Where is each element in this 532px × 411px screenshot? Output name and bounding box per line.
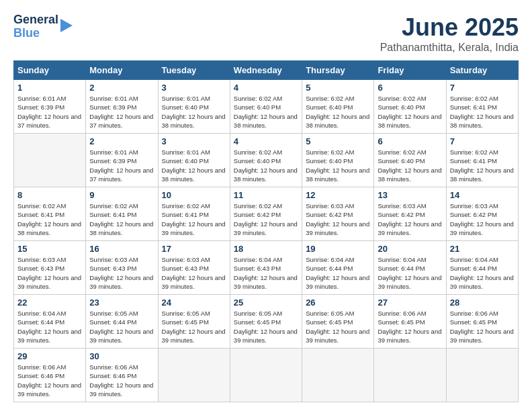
day-info: Sunrise: 6:04 AM Sunset: 6:44 PM Dayligh… bbox=[450, 255, 515, 291]
page-header: General Blue June 2025 Pathanamthitta, K… bbox=[13, 13, 519, 54]
table-row bbox=[374, 349, 446, 402]
sunset-text: Sunset: 6:39 PM bbox=[17, 103, 64, 111]
sunset-text: Sunset: 6:39 PM bbox=[89, 103, 136, 111]
sunset-text: Sunset: 6:40 PM bbox=[234, 103, 281, 111]
daylight-text: Daylight: 12 hours and 38 minutes. bbox=[306, 113, 369, 129]
sunset-text: Sunset: 6:40 PM bbox=[306, 103, 353, 111]
daylight-text: Daylight: 12 hours and 39 minutes. bbox=[306, 220, 369, 236]
day-number: 28 bbox=[450, 298, 515, 308]
daylight-text: Daylight: 12 hours and 39 minutes. bbox=[89, 274, 153, 290]
day-number: 4 bbox=[234, 136, 298, 146]
sunrise-text: Sunrise: 6:02 AM bbox=[450, 95, 498, 102]
day-number: 20 bbox=[378, 244, 442, 254]
daylight-text: Daylight: 12 hours and 38 minutes. bbox=[234, 167, 298, 183]
sunset-text: Sunset: 6:44 PM bbox=[378, 265, 425, 272]
daylight-text: Daylight: 12 hours and 39 minutes. bbox=[234, 274, 298, 290]
table-row: 6 Sunrise: 6:02 AM Sunset: 6:40 PM Dayli… bbox=[374, 134, 446, 187]
daylight-text: Daylight: 12 hours and 39 minutes. bbox=[234, 220, 298, 236]
sunrise-text: Sunrise: 6:02 AM bbox=[89, 202, 138, 210]
logo-arrow-icon bbox=[60, 19, 73, 32]
table-row: 15 Sunrise: 6:03 AM Sunset: 6:43 PM Dayl… bbox=[14, 241, 86, 295]
day-number: 11 bbox=[234, 190, 298, 200]
sunset-text: Sunset: 6:42 PM bbox=[234, 211, 281, 218]
daylight-text: Daylight: 12 hours and 38 minutes. bbox=[378, 113, 441, 129]
sunrise-text: Sunrise: 6:01 AM bbox=[89, 148, 138, 156]
day-number: 3 bbox=[162, 136, 226, 146]
sunset-text: Sunset: 6:40 PM bbox=[162, 103, 209, 111]
sunrise-text: Sunrise: 6:02 AM bbox=[378, 148, 426, 156]
sunrise-text: Sunrise: 6:02 AM bbox=[234, 202, 282, 210]
table-row: 9 Sunrise: 6:02 AM Sunset: 6:41 PM Dayli… bbox=[86, 187, 158, 241]
day-number: 18 bbox=[234, 244, 298, 254]
sunrise-text: Sunrise: 6:02 AM bbox=[450, 148, 498, 156]
table-row: 2 Sunrise: 6:01 AM Sunset: 6:39 PM Dayli… bbox=[86, 134, 158, 187]
day-number: 7 bbox=[450, 83, 515, 93]
day-number: 15 bbox=[17, 244, 82, 254]
month-title: June 2025 bbox=[380, 13, 519, 42]
table-row: 20 Sunrise: 6:04 AM Sunset: 6:44 PM Dayl… bbox=[374, 241, 446, 295]
table-row: 28 Sunrise: 6:06 AM Sunset: 6:45 PM Dayl… bbox=[446, 295, 518, 349]
table-row: 11 Sunrise: 6:02 AM Sunset: 6:42 PM Dayl… bbox=[230, 187, 302, 241]
table-row: 12 Sunrise: 6:03 AM Sunset: 6:42 PM Dayl… bbox=[302, 187, 374, 241]
day-info: Sunrise: 6:05 AM Sunset: 6:45 PM Dayligh… bbox=[306, 309, 370, 345]
sunrise-text: Sunrise: 6:01 AM bbox=[162, 95, 210, 102]
day-info: Sunrise: 6:06 AM Sunset: 6:45 PM Dayligh… bbox=[450, 309, 515, 345]
calendar-week-row: 2 Sunrise: 6:01 AM Sunset: 6:39 PM Dayli… bbox=[14, 134, 519, 187]
day-info: Sunrise: 6:02 AM Sunset: 6:41 PM Dayligh… bbox=[162, 201, 226, 237]
day-number: 5 bbox=[306, 136, 370, 146]
table-row: 1 Sunrise: 6:01 AM Sunset: 6:39 PM Dayli… bbox=[14, 80, 86, 134]
daylight-text: Daylight: 12 hours and 39 minutes. bbox=[234, 328, 298, 344]
sunrise-text: Sunrise: 6:02 AM bbox=[234, 95, 282, 102]
sunrise-text: Sunrise: 6:02 AM bbox=[306, 95, 354, 102]
daylight-text: Daylight: 12 hours and 39 minutes. bbox=[162, 220, 226, 236]
day-number: 2 bbox=[89, 136, 154, 146]
daylight-text: Daylight: 12 hours and 38 minutes. bbox=[162, 167, 226, 183]
day-info: Sunrise: 6:01 AM Sunset: 6:39 PM Dayligh… bbox=[17, 94, 82, 130]
sunset-text: Sunset: 6:40 PM bbox=[378, 103, 425, 111]
sunset-text: Sunset: 6:41 PM bbox=[17, 211, 64, 218]
sunrise-text: Sunrise: 6:02 AM bbox=[17, 202, 66, 210]
day-info: Sunrise: 6:04 AM Sunset: 6:44 PM Dayligh… bbox=[378, 255, 442, 291]
daylight-text: Daylight: 12 hours and 39 minutes. bbox=[450, 220, 514, 236]
sunset-text: Sunset: 6:46 PM bbox=[17, 372, 64, 379]
daylight-text: Daylight: 12 hours and 39 minutes. bbox=[162, 274, 226, 290]
day-info: Sunrise: 6:04 AM Sunset: 6:44 PM Dayligh… bbox=[17, 309, 82, 345]
calendar-week-row: 22 Sunrise: 6:04 AM Sunset: 6:44 PM Dayl… bbox=[14, 295, 519, 349]
sunrise-text: Sunrise: 6:05 AM bbox=[234, 310, 282, 317]
sunset-text: Sunset: 6:40 PM bbox=[162, 157, 209, 165]
daylight-text: Daylight: 12 hours and 37 minutes. bbox=[89, 113, 153, 129]
daylight-text: Daylight: 12 hours and 39 minutes. bbox=[450, 328, 514, 344]
day-number: 23 bbox=[89, 298, 154, 308]
sunset-text: Sunset: 6:44 PM bbox=[89, 318, 136, 326]
daylight-text: Daylight: 12 hours and 38 minutes. bbox=[162, 113, 226, 129]
day-number: 4 bbox=[234, 83, 298, 93]
sunrise-text: Sunrise: 6:01 AM bbox=[17, 95, 66, 102]
day-number: 2 bbox=[89, 83, 154, 93]
calendar-week-row: 29 Sunrise: 6:06 AM Sunset: 6:46 PM Dayl… bbox=[14, 349, 519, 402]
day-number: 6 bbox=[378, 83, 442, 93]
table-row: 8 Sunrise: 6:02 AM Sunset: 6:41 PM Dayli… bbox=[14, 187, 86, 241]
daylight-text: Daylight: 12 hours and 38 minutes. bbox=[450, 167, 514, 183]
sunrise-text: Sunrise: 6:02 AM bbox=[306, 148, 354, 156]
table-row: 5 Sunrise: 6:02 AM Sunset: 6:40 PM Dayli… bbox=[302, 80, 374, 134]
day-info: Sunrise: 6:01 AM Sunset: 6:39 PM Dayligh… bbox=[89, 148, 154, 183]
table-row: 7 Sunrise: 6:02 AM Sunset: 6:41 PM Dayli… bbox=[446, 80, 518, 134]
header-wednesday: Wednesday bbox=[230, 61, 302, 80]
sunset-text: Sunset: 6:40 PM bbox=[234, 157, 281, 165]
day-info: Sunrise: 6:05 AM Sunset: 6:45 PM Dayligh… bbox=[234, 309, 298, 345]
day-info: Sunrise: 6:02 AM Sunset: 6:42 PM Dayligh… bbox=[234, 201, 298, 237]
sunrise-text: Sunrise: 6:04 AM bbox=[450, 256, 498, 263]
day-number: 26 bbox=[306, 298, 370, 308]
table-row: 3 Sunrise: 6:01 AM Sunset: 6:40 PM Dayli… bbox=[158, 134, 230, 187]
sunset-text: Sunset: 6:44 PM bbox=[450, 265, 497, 272]
day-number: 10 bbox=[162, 190, 226, 200]
table-row: 3 Sunrise: 6:01 AM Sunset: 6:40 PM Dayli… bbox=[158, 80, 230, 134]
sunrise-text: Sunrise: 6:03 AM bbox=[306, 202, 354, 210]
sunrise-text: Sunrise: 6:05 AM bbox=[89, 310, 138, 317]
day-number: 9 bbox=[89, 190, 154, 200]
sunrise-text: Sunrise: 6:02 AM bbox=[162, 202, 210, 210]
sunrise-text: Sunrise: 6:02 AM bbox=[378, 95, 426, 102]
daylight-text: Daylight: 12 hours and 39 minutes. bbox=[17, 328, 81, 344]
day-number: 17 bbox=[162, 244, 226, 254]
sunrise-text: Sunrise: 6:06 AM bbox=[378, 310, 426, 317]
